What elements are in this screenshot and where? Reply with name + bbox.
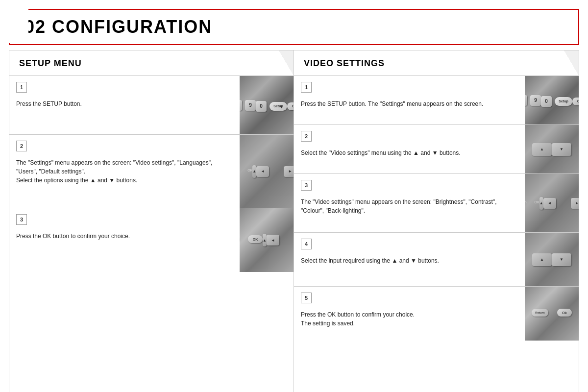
step-2-text: The "Settings" menu appears on the scree… bbox=[16, 158, 232, 185]
btn-setup: Setup bbox=[555, 97, 572, 106]
ok-label: OK bbox=[247, 169, 252, 172]
header-fold-decoration bbox=[279, 50, 294, 75]
video-settings-title: VIDEO SETTINGS bbox=[304, 58, 385, 68]
btn-arrow-up bbox=[252, 165, 256, 178]
right-step-3: 3 The "Video settings" menu appears on t… bbox=[294, 174, 579, 233]
main-content: SETUP MENU 1 Press the SETUP button. 8 9… bbox=[9, 50, 579, 392]
left-step-2-content: 2 The "Settings" menu appears on the scr… bbox=[9, 135, 240, 208]
btn-ok: OK bbox=[572, 98, 579, 105]
step-2-image: return OK ► / II bbox=[240, 135, 294, 208]
btn-arrow-right bbox=[284, 166, 294, 177]
btn-setup: Setup bbox=[270, 102, 287, 111]
btn-ok: OK bbox=[287, 102, 294, 110]
step-number-badge: 2 bbox=[301, 131, 312, 142]
btn-arrow-left bbox=[256, 166, 269, 177]
left-step-3: 3 Press the OK button to confirm your ch… bbox=[9, 208, 294, 272]
ok-label: OK bbox=[535, 200, 539, 204]
btn-ok: Ok bbox=[557, 309, 572, 317]
step-number-badge: 3 bbox=[301, 180, 312, 191]
right-step-5-text: Press the OK button to confirm your choi… bbox=[301, 310, 517, 328]
btn-arrow-up bbox=[532, 253, 552, 266]
right-step-2: 2 Select the "Video settings" menu using… bbox=[294, 125, 579, 174]
setup-menu-title: SETUP MENU bbox=[19, 58, 82, 68]
btn-8: 8 bbox=[240, 100, 242, 111]
step-3-text: Press the OK button to confirm your choi… bbox=[16, 232, 232, 241]
right-panel: VIDEO SETTINGS 1 Press the SETUP button.… bbox=[294, 50, 579, 392]
right-step-1-content: 1 Press the SETUP button. The "Settings"… bbox=[294, 76, 525, 124]
right-step-2-content: 2 Select the "Video settings" menu using… bbox=[294, 125, 525, 173]
right-step-4-image bbox=[525, 233, 579, 286]
btn-8: 8 bbox=[525, 95, 527, 106]
btn-return: Return bbox=[532, 309, 548, 317]
right-step-5: 5 Press the OK button to confirm your ch… bbox=[294, 287, 579, 341]
step-number-badge: 3 bbox=[16, 214, 27, 225]
page-title: 02 CONFIGURATION bbox=[20, 17, 568, 37]
btn-arrow-left bbox=[267, 235, 279, 245]
left-step-1: 1 Press the SETUP button. 8 9 0 Setup OK bbox=[9, 76, 294, 135]
right-step-4: 4 Select the input required using the ▲ … bbox=[294, 233, 579, 287]
step-number-badge: 1 bbox=[301, 82, 312, 93]
setup-menu-header: SETUP MENU bbox=[9, 50, 294, 76]
step-number-badge: 2 bbox=[16, 141, 27, 151]
step-1-image: 8 9 0 Setup OK bbox=[240, 76, 294, 134]
right-step-1: 1 Press the SETUP button. The "Settings"… bbox=[294, 76, 579, 125]
step-number-badge: 1 bbox=[16, 82, 27, 93]
btn-0: 0 bbox=[541, 96, 552, 107]
page-header: 02 CONFIGURATION bbox=[9, 9, 579, 45]
right-step-4-content: 4 Select the input required using the ▲ … bbox=[294, 233, 525, 286]
btn-arrow-up bbox=[532, 143, 552, 156]
btn-arrow-right bbox=[571, 198, 579, 209]
left-step-2: 2 The "Settings" menu appears on the scr… bbox=[9, 135, 294, 208]
btn-arrow-down bbox=[552, 143, 571, 156]
btn-ok: OK bbox=[248, 235, 263, 243]
left-step-1-content: 1 Press the SETUP button. bbox=[9, 76, 240, 134]
right-step-2-image bbox=[525, 125, 579, 173]
right-step-2-text: Select the "Video settings" menu using t… bbox=[301, 148, 517, 157]
right-step-1-image: 8 9 0 Setup OK bbox=[525, 76, 579, 124]
btn-0: 0 bbox=[256, 101, 267, 112]
step-number-badge: 4 bbox=[301, 239, 312, 249]
step-3-image: Return OK bbox=[240, 208, 294, 272]
btn-arrow-left bbox=[543, 198, 556, 209]
right-step-1-text: Press the SETUP button. The "Settings" m… bbox=[301, 99, 517, 108]
btn-arrow-up bbox=[263, 234, 267, 246]
video-settings-header: VIDEO SETTINGS bbox=[294, 50, 579, 76]
header-fold-decoration bbox=[564, 50, 579, 75]
step-number-badge: 5 bbox=[301, 293, 312, 303]
left-panel: SETUP MENU 1 Press the SETUP button. 8 9… bbox=[9, 50, 294, 392]
right-step-4-text: Select the input required using the ▲ an… bbox=[301, 256, 517, 265]
btn-9: 9 bbox=[245, 100, 256, 111]
right-step-3-image: Return OK bbox=[525, 174, 579, 232]
right-step-5-image: Return Ok bbox=[525, 287, 579, 341]
btn-9: 9 bbox=[530, 95, 541, 106]
left-step-3-content: 3 Press the OK button to confirm your ch… bbox=[9, 208, 240, 272]
return-label: Return bbox=[525, 200, 527, 204]
btn-arrow-up bbox=[539, 197, 543, 210]
right-step-3-content: 3 The "Video settings" menu appears on t… bbox=[294, 174, 525, 232]
step-1-text: Press the SETUP button. bbox=[16, 99, 232, 108]
right-step-3-text: The "Video settings" menu appears on the… bbox=[301, 197, 517, 215]
right-step-5-content: 5 Press the OK button to confirm your ch… bbox=[294, 287, 525, 341]
btn-arrow-down bbox=[552, 253, 571, 266]
